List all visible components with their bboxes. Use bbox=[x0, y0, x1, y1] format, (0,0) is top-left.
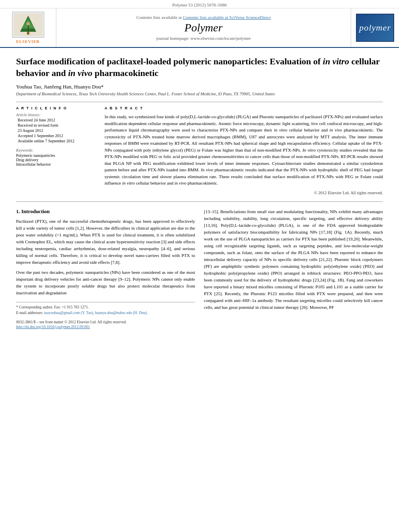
intro-title: 1. Introduction bbox=[16, 208, 195, 215]
main-content: Surface modification of paclitaxel-loade… bbox=[0, 48, 399, 337]
journal-name: Polymer bbox=[185, 21, 223, 34]
corresponding-text: * Corresponding author. Fax: +1 915 783 … bbox=[16, 305, 89, 309]
intro-para-1: Paclitaxel (PTX), one of the successful … bbox=[16, 218, 195, 266]
divider-2 bbox=[16, 201, 383, 202]
polymer-badge-text: polymer bbox=[359, 23, 391, 33]
journal-header: ELSEVIER Contents lists available at Con… bbox=[0, 8, 399, 48]
revised-date: 23 August 2012 bbox=[16, 128, 97, 133]
sciverse-line: Contents lists available at Contents lis… bbox=[136, 15, 271, 20]
available-date: Available online 7 September 2012 bbox=[16, 139, 97, 143]
keywords-heading: Keywords: bbox=[16, 148, 97, 152]
journal-center: Contents lists available at Contents lis… bbox=[56, 8, 351, 47]
article-title: Surface modification of paclitaxel-loade… bbox=[16, 56, 383, 79]
body-two-col: 1. Introduction Paclitaxel (PTX), one of… bbox=[16, 208, 383, 329]
elsevier-logo-area: ELSEVIER bbox=[0, 8, 56, 47]
right-para-1: [13–15]. Beneficiations from small size … bbox=[204, 208, 383, 311]
issn-footer: 0032-3861/$ – see front matter © 2012 El… bbox=[16, 320, 195, 329]
keywords-section: Keywords: Polymeric nanoparticles Drug d… bbox=[16, 148, 97, 166]
keyword-3: Intracellular behavior bbox=[16, 162, 97, 166]
intro-title-text: Introduction bbox=[21, 208, 50, 214]
body-right-col: [13–15]. Beneficiations from small size … bbox=[204, 208, 383, 329]
author-names: Youhua Tao, Jianfeng Han, Huanyu Dou* bbox=[16, 84, 103, 90]
body-content: 1. Introduction Paclitaxel (PTX), one of… bbox=[16, 208, 383, 329]
article-info-heading: A R T I C L E I N F O bbox=[16, 106, 97, 110]
elsevier-tree-icon bbox=[12, 12, 44, 38]
polymer-badge-area: polymer bbox=[351, 8, 399, 47]
journal-homepage: journal homepage: www.elsevier.com/locat… bbox=[156, 36, 251, 41]
intro-para-2: Over the past two decades, polymeric nan… bbox=[16, 269, 195, 296]
corresponding-note: * Corresponding author. Fax: +1 915 783 … bbox=[16, 305, 195, 310]
intro-number: 1. bbox=[16, 208, 20, 214]
keyword-1: Polymeric nanoparticles bbox=[16, 153, 97, 158]
article-info-col: A R T I C L E I N F O Article history: R… bbox=[16, 106, 97, 195]
issn-text: 0032-3861/$ – see front matter © 2012 El… bbox=[16, 320, 195, 325]
footer-notes: * Corresponding author. Fax: +1 915 783 … bbox=[16, 302, 195, 329]
article-info-section: A R T I C L E I N F O Article history: R… bbox=[16, 106, 97, 143]
history-label: Article history: bbox=[16, 113, 97, 117]
elsevier-label: ELSEVIER bbox=[16, 39, 40, 44]
page: Polymer 53 (2012) 5078–5086 bbox=[0, 0, 399, 532]
journal-citation: Polymer 53 (2012) 5078–5086 bbox=[172, 2, 226, 7]
elsevier-box: ELSEVIER bbox=[12, 12, 44, 44]
abstract-col: A B S T R A C T In this study, we synthe… bbox=[105, 106, 383, 195]
article-info-abstract-section: A R T I C L E I N F O Article history: R… bbox=[16, 106, 383, 195]
abstract-heading: A B S T R A C T bbox=[105, 106, 383, 110]
accepted-date: Accepted 1 September 2012 bbox=[16, 134, 97, 138]
revised-label: Received in revised form bbox=[16, 123, 97, 127]
keyword-2: Drug delivery bbox=[16, 158, 97, 162]
doi-link[interactable]: http://dx.doi.org/10.1016/j.polymer.2012… bbox=[16, 325, 195, 329]
email-addresses: taoyouhua@gmail.com (Y. Tao), huanyu.dou… bbox=[44, 311, 148, 315]
polymer-badge: polymer bbox=[356, 14, 394, 42]
received-date: Received 24 June 2012 bbox=[16, 118, 97, 122]
affiliation: Department of Biomedical Sciences, Texas… bbox=[16, 92, 383, 96]
body-left-col: 1. Introduction Paclitaxel (PTX), one of… bbox=[16, 208, 195, 329]
svg-point-5 bbox=[27, 22, 30, 25]
authors: Youhua Tao, Jianfeng Han, Huanyu Dou* bbox=[16, 84, 383, 90]
copyright-line: © 2012 Elsevier Ltd. All rights reserved… bbox=[105, 191, 383, 195]
email-label: E-mail addresses: bbox=[16, 311, 43, 315]
email-note: E-mail addresses: taoyouhua@gmail.com (Y… bbox=[16, 310, 195, 316]
affiliation-text: Department of Biomedical Sciences, Texas… bbox=[16, 92, 275, 96]
sciverse-link[interactable]: Contents lists available at SciVerse Sci… bbox=[183, 15, 271, 20]
divider bbox=[16, 102, 383, 102]
abstract-text: In this study, we synthesized four kinds… bbox=[105, 113, 383, 187]
top-bar: Polymer 53 (2012) 5078–5086 bbox=[0, 0, 399, 8]
